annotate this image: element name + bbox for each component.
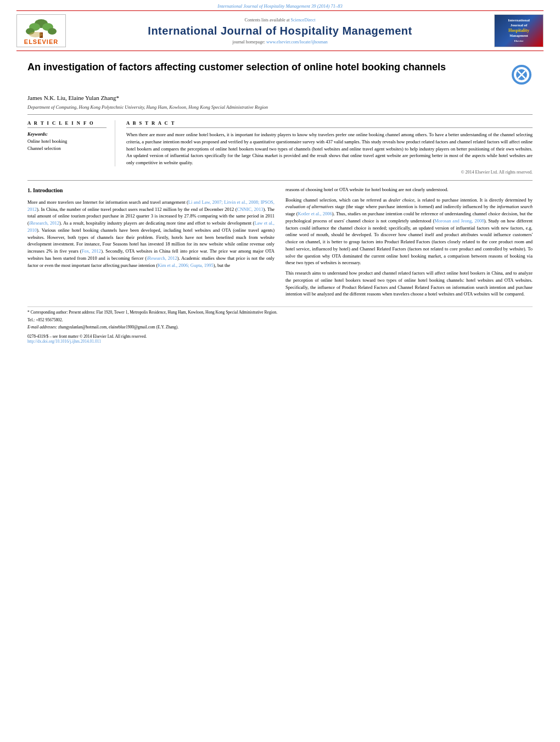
right-content-column: reasons of choosing hotel or OTA website…: [285, 186, 533, 301]
journal-title: International Journal of Hospitality Man…: [71, 25, 489, 37]
ref-kim-gupta[interactable]: Kim et al., 2006; Gupta, 1995: [158, 263, 214, 268]
article-info-column: A R T I C L E I N F O Keywords: Online h…: [27, 120, 115, 166]
ref-iresearch-2012b[interactable]: iResearch, 2012: [147, 255, 177, 261]
keywords-label: Keywords:: [27, 131, 107, 137]
authors-section: James N.K. Liu, Elaine Yulan Zhang*: [0, 91, 560, 103]
elsevier-logo: ELSEVIER: [16, 14, 66, 47]
footnote-email: E-mail addresses: zhangyulanlan@hotmail.…: [27, 325, 533, 331]
intro-heading: 1. Introduction: [27, 186, 275, 194]
hospitality-journal-logo: International Journal of Hospitality Man…: [494, 14, 544, 47]
ref-iresearch-2012[interactable]: iResearch, 2012: [29, 220, 59, 226]
right-para-1: reasons of choosing hotel or OTA website…: [285, 186, 533, 193]
elsevier-tree-icon: [25, 19, 58, 38]
sciencedirect-link[interactable]: ScienceDirect: [291, 18, 316, 23]
page: International Journal of Hospitality Man…: [0, 0, 560, 742]
article-title: An investigation of factors affecting cu…: [27, 61, 511, 74]
header-center: Contents lists available at ScienceDirec…: [66, 18, 494, 44]
abstract-heading: A B S T R A C T: [126, 120, 533, 128]
affiliation: Department of Computing, Hong Kong Polyt…: [0, 103, 560, 114]
journal-banner: International Journal of Hospitality Man…: [0, 0, 560, 10]
crossmark-icon: [511, 64, 533, 86]
article-meta-section: A R T I C L E I N F O Keywords: Online h…: [27, 114, 533, 166]
journal-header: ELSEVIER Contents lists available at Sci…: [16, 10, 544, 51]
ref-cnnic[interactable]: CNNIC, 2013: [237, 207, 264, 212]
ref-morosan[interactable]: Morosan and Jeong, 2008: [434, 218, 484, 224]
journal-homepage-link[interactable]: www.elsevier.com/locate/ijhosman: [266, 40, 328, 44]
authors-text: James N.K. Liu, Elaine Yulan Zhang*: [27, 94, 119, 101]
elsevier-label: ELSEVIER: [24, 38, 58, 45]
copyright-line: © 2014 Elsevier Ltd. All rights reserved…: [0, 166, 560, 175]
keywords-values: Online hotel booking Channel selection: [27, 138, 107, 152]
left-content-column: 1. Introduction More and more travelers …: [27, 186, 275, 301]
abstract-text: When there are more and more online hote…: [126, 131, 533, 166]
doi-link[interactable]: http://dx.doi.org/10.1016/j.ijhm.2014.01…: [27, 339, 101, 344]
footnote-corresponding: * Corresponding author: Present address:…: [27, 310, 533, 316]
right-para-2: Booking channel selection, which can be …: [285, 197, 533, 267]
footnote-tel: Tel.: +852 95675802.: [27, 317, 533, 323]
intro-paragraph-1: More and more travelers use Internet for…: [27, 199, 275, 269]
footnote-section: * Corresponding author: Present address:…: [27, 306, 533, 331]
abstract-column: A B S T R A C T When there are more and …: [126, 120, 533, 166]
ref-fox[interactable]: Fox, 2012: [82, 248, 101, 254]
doi-section: 0278-4319/$ – see front matter © 2014 El…: [27, 334, 533, 344]
section-divider: [27, 180, 533, 181]
svg-point-4: [48, 28, 57, 35]
journal-citation: International Journal of Hospitality Man…: [217, 3, 342, 9]
homepage-line: journal homepage: www.elsevier.com/locat…: [71, 40, 489, 44]
right-para-3: This research aims to understand how pro…: [285, 270, 533, 298]
article-info-heading: A R T I C L E I N F O: [27, 120, 107, 128]
main-content: 1. Introduction More and more travelers …: [27, 186, 533, 301]
ref-kotler[interactable]: Kotler et al., 2006: [298, 211, 332, 216]
authors-line: James N.K. Liu, Elaine Yulan Zhang*: [27, 94, 533, 101]
ref-law[interactable]: Law et al., 2010: [27, 220, 275, 233]
article-title-section: An investigation of factors affecting cu…: [0, 51, 560, 91]
svg-point-6: [29, 32, 42, 37]
contents-line: Contents lists available at ScienceDirec…: [71, 18, 489, 23]
